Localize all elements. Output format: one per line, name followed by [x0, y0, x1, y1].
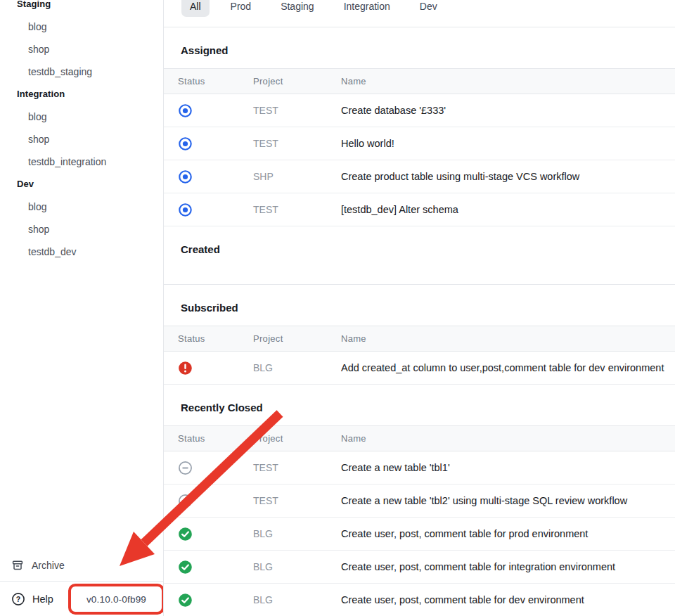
env-header-dev: Dev: [0, 173, 163, 195]
help-button[interactable]: ? Help: [11, 592, 53, 606]
help-row: ? Help v0.10.0-0fb99: [0, 581, 163, 616]
sidebar-item-db-testdb-integration[interactable]: testdb_integration: [0, 150, 163, 173]
archive-label: Archive: [32, 560, 65, 571]
issue-project-cell: BLG: [253, 561, 341, 572]
issue-row[interactable]: TEST Create a new table 'tbl2' using mul…: [164, 485, 675, 518]
env-header-staging: Staging: [0, 0, 163, 15]
status-open-icon: [178, 169, 193, 184]
sidebar-item-db-shop[interactable]: shop: [0, 128, 163, 150]
issue-section: Recently Closed StatusProjectName TEST C…: [164, 385, 675, 616]
tab-integration[interactable]: Integration: [335, 0, 399, 17]
issue-status-cell: [164, 136, 253, 151]
issue-table-body: TEST Create database '£333' TEST Hello w…: [164, 94, 675, 226]
issue-row[interactable]: BLG Add created_at column to user,post,c…: [164, 352, 675, 385]
section-title-subscribed: Subscribed: [164, 285, 675, 326]
database-tree: Stagingblogshoptestdb_stagingIntegration…: [0, 0, 163, 263]
main-content: AllProdStagingIntegrationDev Assigned St…: [164, 0, 675, 616]
issue-table-body: TEST Create a new table 'tbl1' TEST Crea…: [164, 451, 675, 616]
issue-section: Created: [164, 226, 675, 285]
issue-table-header: StatusProjectName: [164, 326, 675, 352]
issue-section: Assigned StatusProjectName TEST Create d…: [164, 27, 675, 226]
check-circle-icon: [178, 560, 193, 575]
issue-project-cell: BLG: [253, 528, 341, 539]
sidebar-bottom: Archive ? Help v0.10.0-0fb99: [0, 550, 163, 616]
column-header-status: Status: [164, 333, 253, 344]
issue-project-cell: BLG: [253, 594, 341, 605]
help-circle-icon: ?: [11, 592, 25, 606]
status-open-icon: [178, 136, 193, 151]
version-badge: v0.10.0-0fb99: [68, 584, 164, 615]
issue-row[interactable]: BLG Create user, post, comment table for…: [164, 551, 675, 584]
empty-issue-list: [164, 267, 675, 285]
column-header-status: Status: [164, 433, 253, 444]
issue-project-cell: TEST: [253, 105, 341, 116]
column-header-project: Project: [253, 76, 341, 86]
check-circle-icon: [178, 527, 193, 541]
minus-circle-icon: [178, 494, 193, 508]
issue-row[interactable]: TEST Create a new table 'tbl1': [164, 451, 675, 485]
sidebar: Stagingblogshoptestdb_stagingIntegration…: [0, 0, 164, 616]
section-title-assigned: Assigned: [164, 27, 675, 68]
issue-status-cell: [164, 203, 253, 217]
issue-status-cell: [164, 169, 253, 184]
issue-project-cell: SHP: [253, 171, 341, 182]
issue-table-body: BLG Add created_at column to user,post,c…: [164, 352, 675, 385]
status-open-icon: [178, 103, 193, 118]
column-header-project: Project: [253, 333, 341, 344]
issue-status-cell: [164, 361, 253, 376]
version-text: v0.10.0-0fb99: [86, 594, 146, 605]
section-title-recently-closed: Recently Closed: [164, 385, 675, 425]
tab-prod[interactable]: Prod: [222, 0, 260, 17]
sidebar-item-db-blog[interactable]: blog: [0, 105, 163, 128]
svg-text:?: ?: [16, 594, 20, 603]
help-label: Help: [32, 593, 53, 605]
issue-table-header: StatusProjectName: [164, 425, 675, 451]
sidebar-item-db-testdb-dev[interactable]: testdb_dev: [0, 240, 163, 263]
column-header-status: Status: [164, 76, 253, 86]
issue-project-cell: TEST: [253, 462, 341, 473]
issue-name-cell: Create user, post, comment table for dev…: [341, 594, 675, 605]
issue-row[interactable]: TEST Create database '£333': [164, 94, 675, 127]
issue-status-cell: [164, 461, 253, 475]
issue-status-cell: [164, 103, 253, 118]
issue-name-cell: Create database '£333': [341, 105, 675, 116]
issue-table-body: [164, 267, 675, 285]
column-header-project: Project: [253, 433, 341, 444]
issue-status-cell: [164, 527, 253, 541]
exclamation-circle-icon: [178, 361, 193, 376]
issue-name-cell: Create user, post, comment table for int…: [341, 561, 675, 572]
issue-table-header: StatusProjectName: [164, 68, 675, 94]
issue-name-cell: Hello world!: [341, 138, 675, 149]
tab-all[interactable]: All: [181, 0, 210, 17]
issue-project-cell: TEST: [253, 204, 341, 215]
sidebar-item-db-shop[interactable]: shop: [0, 218, 163, 240]
env-tabs: AllProdStagingIntegrationDev: [164, 0, 675, 27]
sidebar-item-db-shop[interactable]: shop: [0, 38, 163, 60]
issue-section: Subscribed StatusProjectName BLG Add cre…: [164, 285, 675, 385]
issue-name-cell: Create a new table 'tbl2' using multi-st…: [341, 495, 675, 506]
issue-status-cell: [164, 494, 253, 508]
archive-button[interactable]: Archive: [0, 550, 163, 581]
sidebar-item-db-testdb-staging[interactable]: testdb_staging: [0, 60, 163, 83]
check-circle-icon: [178, 593, 193, 608]
issue-name-cell: Create product table using multi-stage V…: [341, 171, 675, 182]
sidebar-item-db-blog[interactable]: blog: [0, 195, 163, 218]
issue-project-cell: BLG: [253, 362, 341, 373]
sidebar-item-db-blog[interactable]: blog: [0, 15, 163, 38]
column-header-name: Name: [341, 76, 675, 86]
issue-row[interactable]: BLG Create user, post, comment table for…: [164, 584, 675, 616]
column-header-name: Name: [341, 333, 675, 344]
minus-circle-icon: [178, 461, 193, 475]
archive-box-icon: [11, 559, 24, 572]
tab-dev[interactable]: Dev: [411, 0, 446, 17]
issue-row[interactable]: TEST Hello world!: [164, 127, 675, 160]
issue-name-cell: Create a new table 'tbl1': [341, 462, 675, 473]
issue-status-cell: [164, 593, 253, 608]
issue-name-cell: [testdb_dev] Alter schema: [341, 204, 675, 215]
issue-row[interactable]: SHP Create product table using multi-sta…: [164, 160, 675, 193]
tab-staging[interactable]: Staging: [272, 0, 322, 17]
issue-row[interactable]: TEST [testdb_dev] Alter schema: [164, 193, 675, 226]
issue-project-cell: TEST: [253, 138, 341, 149]
issue-row[interactable]: BLG Create user, post, comment table for…: [164, 518, 675, 551]
issue-status-cell: [164, 560, 253, 575]
